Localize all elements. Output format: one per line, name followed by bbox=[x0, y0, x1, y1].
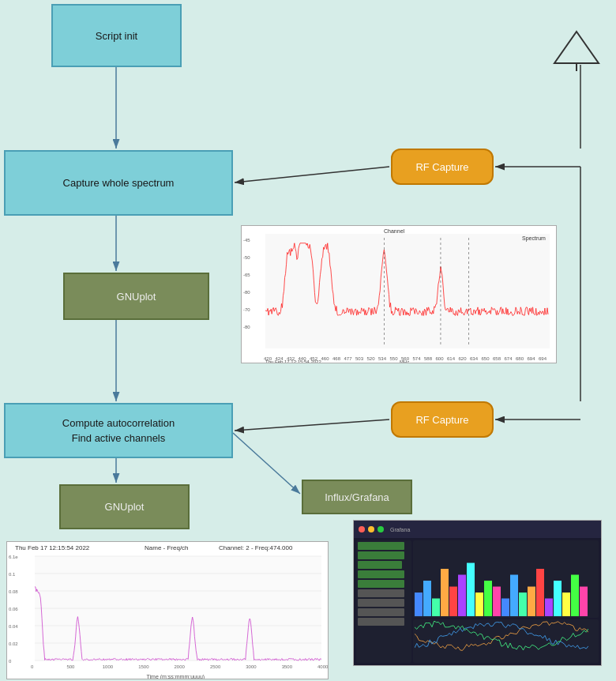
rf-capture1-box: RF Capture bbox=[391, 149, 494, 185]
grafana-topbar: Grafana bbox=[354, 521, 601, 538]
svg-marker-13 bbox=[554, 32, 599, 63]
capture-whole-spectrum-box: Capture whole spectrum bbox=[4, 150, 233, 216]
grafana-chart: Grafana bbox=[353, 520, 602, 666]
autocorr-chart bbox=[6, 541, 329, 679]
spectrum-chart bbox=[241, 225, 557, 363]
script-init-label: Script init bbox=[96, 30, 137, 42]
gnuplot1-label: GNUplot bbox=[117, 291, 156, 303]
grafana-title-bar: Grafana bbox=[390, 527, 410, 532]
rf-capture2-box: RF Capture bbox=[391, 401, 494, 438]
script-init-box: Script init bbox=[51, 4, 182, 67]
compute-autocorr-label: Compute autocorrelation Find active chan… bbox=[62, 416, 175, 446]
influx-grafana-box: Influx/Grafana bbox=[302, 480, 412, 514]
gnuplot2-box: GNUplot bbox=[59, 484, 190, 529]
influx-grafana-label: Influx/Grafana bbox=[325, 491, 389, 503]
compute-autocorr-box: Compute autocorrelation Find active chan… bbox=[4, 403, 233, 458]
svg-line-12 bbox=[233, 433, 300, 494]
capture-whole-spectrum-label: Capture whole spectrum bbox=[63, 177, 175, 189]
rf-capture2-label: RF Capture bbox=[415, 414, 468, 426]
gnuplot2-label: GNUplot bbox=[105, 501, 145, 513]
rf-capture1-label: RF Capture bbox=[415, 161, 468, 173]
gnuplot1-box: GNUplot bbox=[63, 273, 209, 320]
svg-line-9 bbox=[235, 420, 389, 431]
antenna-icon bbox=[553, 24, 600, 71]
svg-line-6 bbox=[235, 167, 389, 182]
